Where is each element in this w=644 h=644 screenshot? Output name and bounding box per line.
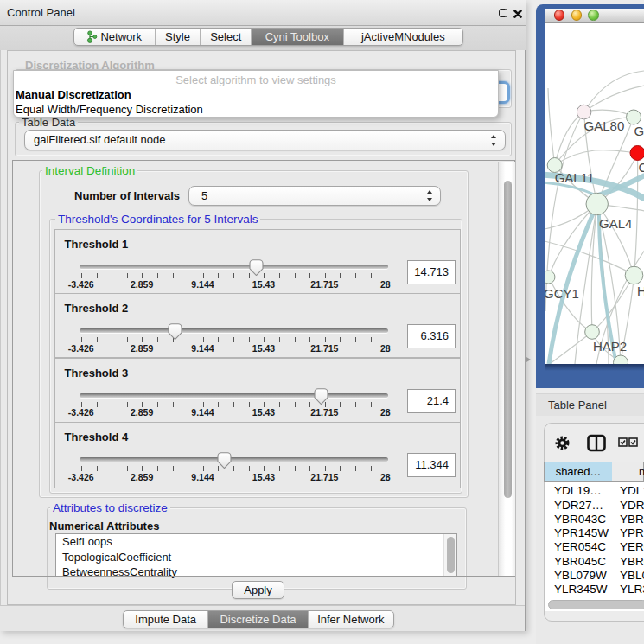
svg-text:HAP2: HAP2: [593, 339, 627, 354]
svg-text:HI: HI: [637, 284, 644, 298]
svg-text:CY: CY: [638, 160, 644, 175]
svg-text:GAL80: GAL80: [584, 118, 625, 133]
svg-text:GCY1: GCY1: [545, 286, 579, 301]
svg-text:GA: GA: [634, 124, 644, 138]
svg-text:GAL4: GAL4: [599, 216, 632, 231]
svg-text:GAL11: GAL11: [555, 170, 595, 185]
